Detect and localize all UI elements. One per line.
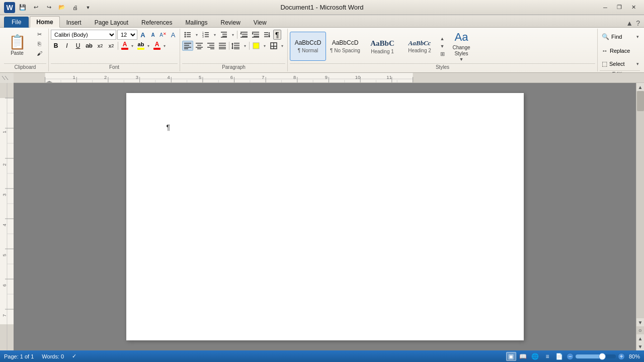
border-dropdown[interactable]: ▾ [279,41,285,51]
style-heading2[interactable]: AaBbCc Heading 2 [401,32,438,61]
grow-font-button[interactable]: A [138,30,147,39]
draft-btn[interactable]: 📄 [554,352,565,361]
print-quick-btn[interactable]: 🖨 [69,2,80,13]
redo-quick-btn[interactable]: ↪ [43,2,54,13]
clear-format-button[interactable]: A✕ [158,30,168,39]
align-right-button[interactable] [205,41,216,51]
close-button[interactable]: ✕ [627,3,640,13]
paste-button[interactable]: 📋 Paste [4,30,30,60]
tab-mailings[interactable]: Mailings [179,17,214,28]
change-styles-button[interactable]: Aa ChangeStyles ▼ [447,32,476,61]
align-center-button[interactable] [194,41,205,51]
styles-scroll-up[interactable]: ▲ [439,35,446,42]
zoom-slider[interactable] [576,354,616,358]
tab-review[interactable]: Review [214,17,247,28]
ribbon-help-btn[interactable]: ? [636,19,640,27]
text-effects-button[interactable]: A [169,30,178,39]
open-quick-btn[interactable]: 📂 [56,2,67,13]
find-button[interactable]: 🔍 Find ▾ [600,30,640,44]
bullet-list-dropdown[interactable]: ▾ [194,30,200,40]
multilevel-list-button[interactable] [218,30,229,40]
underline-button[interactable]: U [73,41,83,51]
page-info[interactable]: Page: 1 of 1 [4,353,34,359]
highlight-button[interactable]: ab [136,41,146,51]
sort-button[interactable] [262,30,273,40]
text-color-dropdown[interactable]: ▾ [162,41,167,51]
prev-page-scroll-btn[interactable]: ▲ [636,334,645,342]
scroll-down-button[interactable]: ▼ [636,318,645,326]
increase-indent-button[interactable] [250,30,261,40]
shading-button[interactable] [251,41,262,51]
zoom-thumb[interactable] [599,353,606,360]
text-color-button[interactable]: A [152,41,162,51]
numbered-list-dropdown[interactable]: ▾ [212,30,218,40]
copy-button[interactable]: ⎘ [32,39,46,48]
prev-page-btn[interactable]: ⊙ [636,326,645,334]
highlight-dropdown[interactable]: ▾ [146,41,151,51]
superscript-button[interactable]: x2 [106,41,116,51]
font-color-button[interactable]: A [120,41,130,51]
font-size-select[interactable]: 12 10 11 14 16 [117,30,137,40]
bullet-list-button[interactable] [182,30,193,40]
tab-view[interactable]: View [247,17,273,28]
tab-page-layout[interactable]: Page Layout [88,17,135,28]
scroll-up-button[interactable]: ▲ [636,83,645,91]
svg-text:2: 2 [2,163,7,166]
full-reading-btn[interactable]: 📖 [518,352,528,361]
find-dropdown-icon[interactable]: ▾ [636,34,639,39]
svg-text:3: 3 [202,35,204,38]
tab-insert[interactable]: Insert [60,17,88,28]
vertical-scrollbar[interactable]: ▲ ▼ ⊙ ▲ ▼ [636,83,644,350]
document-page[interactable]: ¶ [126,93,524,340]
spell-check-icon[interactable]: ✓ [72,353,76,359]
font-family-select[interactable]: Calibri (Body) Arial Times New Roman [51,30,116,40]
border-button[interactable] [268,41,279,51]
subscript-button[interactable]: x2 [95,41,105,51]
web-layout-btn[interactable]: 🌐 [530,352,540,361]
bold-button[interactable]: B [51,41,61,51]
line-spacing-dropdown[interactable]: ▾ [242,41,248,51]
show-formatting-button[interactable]: ¶ [273,30,281,40]
select-button[interactable]: ⬚ Select ▾ [600,58,640,70]
decrease-indent-button[interactable] [238,30,250,40]
tab-references[interactable]: References [135,17,179,28]
outline-btn[interactable]: ≡ [542,352,552,361]
tab-file[interactable]: File [4,17,29,28]
print-layout-btn[interactable]: ▣ [506,352,516,361]
save-quick-btn[interactable]: 💾 [17,2,28,13]
minimize-button[interactable]: ─ [599,3,612,13]
scroll-thumb[interactable] [637,91,644,111]
ribbon-collapse-btn[interactable]: ▲ [626,19,633,27]
style-no-spacing[interactable]: AaBbCcD ¶ No Spacing [327,32,363,61]
styles-scroll-down[interactable]: ▼ [439,43,446,50]
zoom-out-button[interactable]: − [567,353,574,360]
format-painter-button[interactable]: 🖌 [32,49,46,58]
italic-button[interactable]: I [62,41,72,51]
quick-access-more-btn[interactable]: ▼ [83,2,94,13]
align-left-button[interactable] [182,41,193,51]
cut-button[interactable]: ✂ [32,30,46,39]
line-spacing-button[interactable] [230,41,242,51]
document-viewport[interactable]: ¶ [14,83,636,350]
zoom-level[interactable]: 80% [629,353,640,359]
numbered-list-button[interactable]: 123 [200,30,211,40]
tab-home[interactable]: Home [30,16,59,28]
svg-point-5 [185,36,186,38]
next-page-scroll-btn[interactable]: ▼ [636,342,645,350]
shrink-font-button[interactable]: A [148,30,157,39]
strikethrough-button[interactable]: ab [84,41,94,51]
word-count[interactable]: Words: 0 [42,353,64,359]
restore-button[interactable]: ❐ [613,3,626,13]
scroll-track[interactable] [636,91,644,318]
zoom-in-button[interactable]: + [618,353,625,360]
multilevel-list-dropdown[interactable]: ▾ [230,30,236,40]
select-dropdown-icon[interactable]: ▾ [636,61,639,66]
font-color-dropdown[interactable]: ▾ [130,41,135,51]
styles-more-btn[interactable]: ⊞ [439,50,446,57]
justify-button[interactable] [217,41,228,51]
undo-quick-btn[interactable]: ↩ [30,2,41,13]
replace-button[interactable]: ↔ Replace [600,45,640,57]
shading-dropdown[interactable]: ▾ [262,41,268,51]
style-heading1[interactable]: AaBbC Heading 1 [364,32,400,61]
style-normal[interactable]: AaBbCcD ¶ Normal [290,32,326,61]
